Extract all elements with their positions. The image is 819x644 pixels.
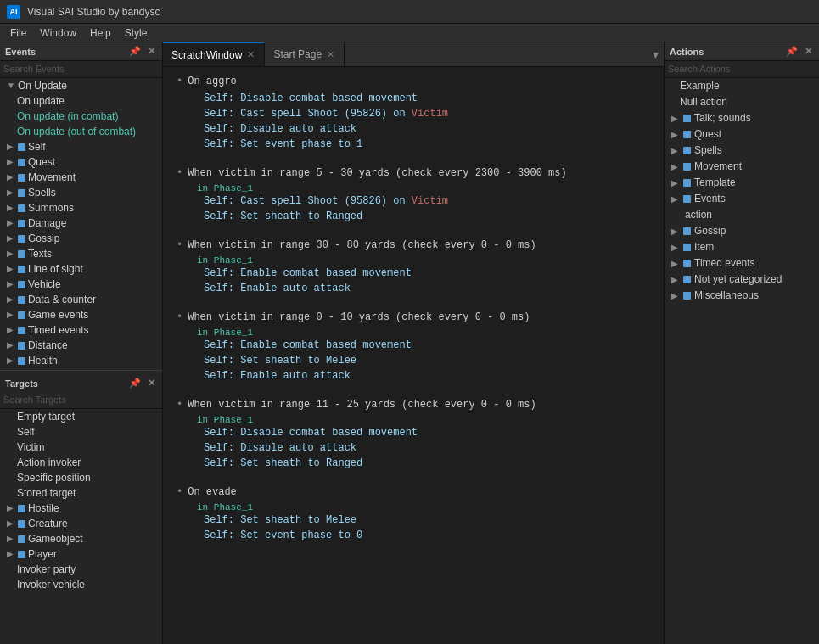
tab-dropdown-button[interactable]: ▾	[648, 48, 664, 61]
actions-pin-icon[interactable]: 📌	[784, 45, 799, 58]
tree-item-victim[interactable]: Victim	[0, 440, 162, 455]
tree-item-timed-events[interactable]: ▶ Timed events	[0, 322, 162, 338]
tab-start-label: Start Page	[273, 48, 322, 60]
action-line-2-0: Self: Enable combat based movement	[204, 266, 650, 281]
actions-close-icon[interactable]: ✕	[803, 45, 814, 58]
action-item-action[interactable]: action	[665, 207, 819, 223]
action-item-movement[interactable]: ▶ Movement	[665, 159, 819, 175]
tree-item-action-invoker[interactable]: Action invoker	[0, 455, 162, 470]
hostile-icon	[18, 505, 25, 512]
expand-icon-texts: ▶	[7, 247, 15, 260]
targets-pin-icon[interactable]: 📌	[127, 377, 143, 389]
tree-item-distance[interactable]: ▶ Distance	[0, 338, 162, 353]
tree-item-vehicle[interactable]: ▶ Vehicle	[0, 277, 162, 292]
tree-item-on-update-combat[interactable]: On update (in combat)	[0, 109, 162, 124]
tree-item-los[interactable]: ▶ Line of sight	[0, 261, 162, 277]
timed-action-icon	[683, 260, 691, 267]
menu-window[interactable]: Window	[33, 25, 83, 41]
tree-item-on-update-plain[interactable]: On update	[0, 93, 162, 109]
expand-icon: ▼	[7, 79, 15, 92]
tree-item-movement[interactable]: ▶ Movement	[0, 170, 162, 185]
events-pin-icon[interactable]: 📌	[127, 45, 143, 58]
tree-item-data-counter[interactable]: ▶ Data & counter	[0, 292, 162, 307]
events-search[interactable]: Search Events	[0, 61, 162, 78]
tree-item-gossip[interactable]: ▶ Gossip	[0, 231, 162, 246]
bullet-range-11-25: •	[177, 399, 182, 411]
action-line-5-0: Self: Set sheath to Melee	[204, 512, 650, 528]
tree-item-damage[interactable]: ▶ Damage	[0, 216, 162, 231]
bullet-evade: •	[177, 486, 182, 498]
action-item-gossip[interactable]: ▶ Gossip	[665, 223, 819, 239]
creature-icon	[18, 520, 25, 528]
tree-item-health[interactable]: ▶ Health	[0, 353, 162, 367]
event-header-evade: • On evade	[177, 486, 650, 498]
item-action-icon	[683, 244, 691, 251]
expand-icon-movement: ▶	[7, 171, 15, 184]
misc-icon	[683, 292, 691, 300]
tree-item-hostile[interactable]: ▶ Hostile	[0, 501, 162, 516]
expand-misc-action: ▶	[671, 288, 680, 303]
event-phase-range-30-80: in Phase_1	[197, 255, 650, 266]
tree-item-summons[interactable]: ▶ Summons	[0, 200, 162, 216]
action-item-timed[interactable]: ▶ Timed events	[665, 255, 819, 272]
action-item-misc[interactable]: ▶ Miscellaneous	[665, 288, 819, 304]
menu-style[interactable]: Style	[118, 25, 154, 41]
tree-item-invoker-party[interactable]: Invoker party	[0, 562, 162, 577]
action-item-template[interactable]: ▶ Template	[665, 175, 819, 191]
tab-start-page[interactable]: Start Page ✕	[265, 42, 345, 66]
expand-quest-action: ▶	[671, 127, 680, 142]
tree-item-specific-position[interactable]: Specific position	[0, 470, 162, 485]
targets-close-icon[interactable]: ✕	[146, 377, 157, 389]
event-header-range-5-30: • When victim in range 5 - 30 yards (che…	[177, 167, 650, 179]
action-item-item[interactable]: ▶ Item	[665, 239, 819, 255]
tree-item-stored-target[interactable]: Stored target	[0, 485, 162, 501]
tree-item-game-events[interactable]: ▶ Game events	[0, 307, 162, 322]
event-name-aggro: On aggro	[188, 76, 237, 87]
tree-item-texts[interactable]: ▶ Texts	[0, 246, 162, 261]
tree-item-quest[interactable]: ▶ Quest	[0, 154, 162, 170]
action-line-1-1: Self: Set sheath to Ranged	[204, 209, 650, 224]
events-close-icon[interactable]: ✕	[146, 45, 157, 58]
tree-item-spells[interactable]: ▶ Spells	[0, 185, 162, 200]
tree-item-player[interactable]: ▶ Player	[0, 546, 162, 562]
tree-item-empty-target[interactable]: Empty target	[0, 409, 162, 424]
action-item-not-categorized[interactable]: ▶ Not yet categorized	[665, 272, 819, 288]
event-name-range-5-30: When victim in range 5 - 30 yards (check…	[188, 167, 566, 179]
tree-item-on-update-out-combat[interactable]: On update (out of combat)	[0, 124, 162, 139]
summons-icon	[18, 204, 25, 212]
events-panel-header: Events 📌 ✕	[0, 42, 162, 61]
gossip-icon	[18, 235, 25, 243]
expand-icon-data: ▶	[7, 293, 15, 306]
action-line-3-2: Self: Enable auto attack	[204, 368, 650, 384]
action-item-null[interactable]: Null action	[665, 94, 819, 110]
spells-action-icon	[683, 147, 691, 154]
event-block-range-11-25: • When victim in range 11 - 25 yards (ch…	[177, 399, 650, 471]
tab-scratch-close[interactable]: ✕	[246, 49, 255, 60]
action-line-0-1: Self: Cast spell Shoot (95826) on Victim	[204, 106, 650, 121]
action-item-spells[interactable]: ▶ Spells	[665, 143, 819, 159]
tree-item-invoker-vehicle[interactable]: Invoker vehicle	[0, 577, 162, 592]
menu-file[interactable]: File	[3, 25, 33, 41]
action-line-2-1: Self: Enable auto attack	[204, 281, 650, 296]
tree-item-gameobject[interactable]: ▶ Gameobject	[0, 531, 162, 546]
tree-item-self[interactable]: ▶ Self	[0, 139, 162, 154]
health-icon	[18, 357, 25, 365]
action-item-example[interactable]: Example	[665, 78, 819, 94]
tab-scratch-label: ScratchWindow	[171, 49, 242, 61]
tree-item-on-update[interactable]: ▼ On Update	[0, 78, 162, 93]
quest-icon	[18, 159, 25, 166]
action-item-quest[interactable]: ▶ Quest	[665, 126, 819, 143]
actions-search[interactable]: Search Actions	[665, 61, 819, 78]
tab-start-close[interactable]: ✕	[326, 49, 335, 60]
tree-item-creature[interactable]: ▶ Creature	[0, 516, 162, 531]
action-item-events[interactable]: ▶ Events	[665, 191, 819, 207]
tab-scratch-window[interactable]: ScratchWindow ✕	[163, 42, 265, 66]
bullet-range-30-80: •	[177, 239, 182, 251]
event-header-range-0-10: • When victim in range 0 - 10 yards (che…	[177, 311, 650, 323]
action-line-4-0: Self: Disable combat based movement	[204, 425, 650, 440]
targets-search[interactable]: Search Targets	[0, 392, 162, 409]
tree-item-self-target[interactable]: Self	[0, 424, 162, 440]
action-item-talk[interactable]: ▶ Talk; sounds	[665, 110, 819, 126]
distance-icon	[18, 342, 25, 350]
menu-help[interactable]: Help	[83, 25, 118, 41]
